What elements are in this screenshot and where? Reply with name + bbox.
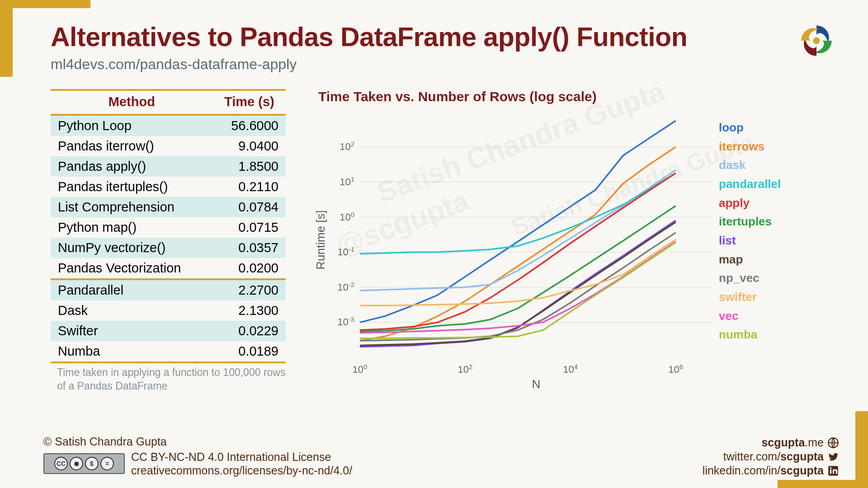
footer-left: © Satish Chandra Gupta CC⏺$= CC BY-NC-ND… (43, 435, 352, 477)
site-link: scgupta (761, 436, 805, 449)
legend-dask: dask (719, 158, 746, 172)
table-caption: Time taken in applying a function to 100… (51, 366, 286, 393)
legend-map: map (719, 253, 743, 266)
table-cell-method: Pandarallel (51, 279, 213, 300)
col-method: Method (51, 90, 213, 115)
col-time: Time (s) (213, 90, 286, 115)
table-cell-method: Dask (51, 300, 213, 321)
table-cell-method: Pandas itertuples() (51, 177, 213, 197)
page-title: Alternatives to Pandas DataFrame apply()… (51, 22, 825, 52)
svg-text:104: 104 (563, 363, 578, 375)
svg-text:101: 101 (340, 175, 354, 188)
copyright: © Satish Chandra Gupta (43, 435, 352, 448)
chart-wrap: Time Taken vs. Number of Rows (log scale… (315, 89, 825, 395)
table-cell-time: 0.0784 (213, 197, 286, 217)
table-cell-method: Numba (51, 341, 213, 362)
legend-list: list (719, 234, 736, 247)
cc-badge-icon: CC⏺$= (43, 453, 125, 474)
legend-loop: loop (719, 121, 744, 134)
table-cell-method: Swifter (51, 321, 213, 341)
license-name: CC BY-NC-ND 4.0 International License (131, 450, 352, 464)
series-itertuples (360, 206, 676, 332)
table-cell-time: 0.0715 (213, 217, 286, 238)
table-cell-time: 0.0200 (213, 258, 286, 279)
svg-text:Runtime [s]: Runtime [s] (315, 210, 327, 270)
methods-table-wrap: Method Time (s) Python Loop56.6000Pandas… (51, 89, 286, 395)
table-cell-method: Python map() (51, 217, 213, 238)
svg-text:10-3: 10-3 (337, 315, 354, 328)
page-subtitle: ml4devs.com/pandas-dataframe-apply (51, 56, 825, 73)
svg-text:100: 100 (340, 210, 354, 223)
legend-np_vec: np_vec (719, 271, 760, 285)
methods-table: Method Time (s) Python Loop56.6000Pandas… (51, 89, 286, 363)
legend-vec: vec (719, 309, 738, 323)
legend-pandarallel: pandarallel (719, 177, 781, 191)
table-cell-time: 1.8500 (213, 156, 286, 177)
table-cell-time: 0.0357 (213, 238, 286, 258)
svg-text:102: 102 (340, 140, 354, 153)
table-cell-time: 9.0400 (213, 136, 286, 156)
table-cell-method: Pandas Vectorization (51, 258, 213, 279)
svg-rect-21 (830, 469, 831, 474)
series-loop (360, 121, 676, 322)
table-cell-method: Pandas iterrow() (51, 136, 213, 156)
globe-icon (827, 437, 839, 449)
svg-text:106: 106 (668, 363, 683, 375)
legend-numba: numba (719, 328, 758, 341)
svg-text:102: 102 (458, 363, 472, 375)
footer-right: scgupta.me twitter.com/scgupta linkedin.… (703, 436, 839, 477)
legend-itertuples: itertuples (719, 215, 772, 228)
series-iterrows (360, 147, 676, 341)
linkedin-icon (827, 465, 839, 477)
table-cell-time: 2.1300 (213, 300, 286, 321)
series-numba (360, 243, 676, 338)
svg-text:10-2: 10-2 (337, 280, 354, 293)
chart-title: Time Taken vs. Number of Rows (log scale… (318, 89, 825, 104)
svg-text:100: 100 (353, 363, 368, 375)
svg-text:10-1: 10-1 (337, 245, 354, 258)
license-url: creativecommons.org/licenses/by-nc-nd/4.… (131, 464, 352, 477)
table-cell-time: 0.0189 (213, 341, 286, 362)
table-cell-time: 0.2110 (213, 177, 286, 197)
table-cell-method: List Comprehension (51, 197, 213, 217)
legend-iterrows: iterrows (719, 140, 764, 153)
table-cell-method: Pandas apply() (51, 156, 213, 177)
table-cell-time: 0.0229 (213, 321, 286, 341)
linkedin-link: scgupta (780, 464, 824, 477)
table-cell-time: 56.6000 (213, 115, 286, 136)
table-cell-method: Python Loop (51, 115, 213, 136)
svg-point-22 (830, 467, 832, 469)
twitter-icon (827, 451, 839, 463)
svg-text:N: N (532, 377, 541, 391)
table-cell-time: 2.2700 (213, 279, 286, 300)
table-cell-method: NumPy vectorize() (51, 238, 213, 258)
legend-apply: apply (719, 196, 750, 210)
series-np_vec (360, 233, 676, 341)
runtime-chart: 10-310-210-1100101102100102104106NRuntim… (315, 113, 825, 394)
twitter-link: scgupta (780, 450, 824, 463)
legend-swifter: swifter (719, 290, 757, 304)
